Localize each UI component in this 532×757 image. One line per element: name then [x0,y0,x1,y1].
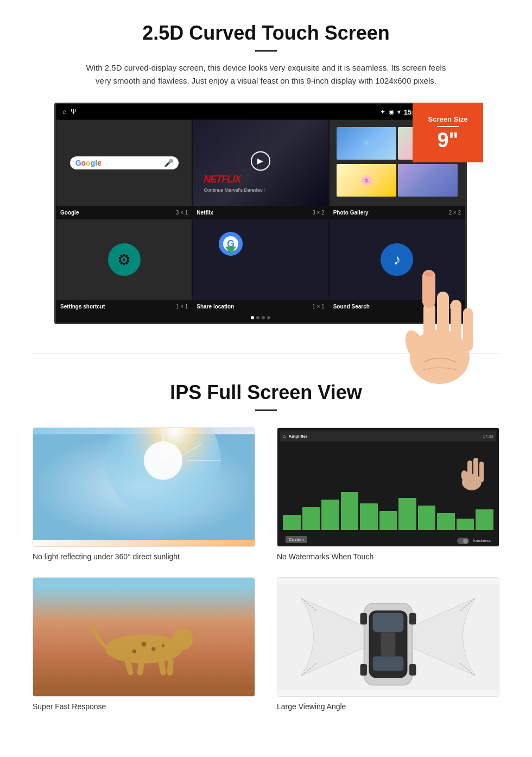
section-curved-screen: 2.5D Curved Touch Screen With 2.5D curve… [0,0,532,337]
dot-4 [267,316,270,319]
svg-point-9 [402,327,429,364]
svg-rect-21 [479,462,484,482]
feature-sunlight: No light reflecting under 360° direct su… [33,427,255,561]
home-icon: ⌂ [62,108,66,116]
netflix-subtitle: Continue Marvel's Daredevil [204,187,264,193]
svg-point-29 [162,644,164,647]
eq-bar-7 [398,498,416,531]
section2-title: IPS Full Screen View [33,381,499,404]
eq-bar-8 [418,506,436,531]
cheetah-label: Super Fast Response [33,702,255,711]
eq-bar-2 [302,507,320,530]
sound-label: Sound Search 1 × 1 [329,302,465,311]
dot-1 [251,316,254,319]
share-location-cell[interactable]: G [192,219,328,300]
music-note-icon: ♪ [381,243,413,276]
settings-app-cell[interactable]: ⚙ [56,219,192,300]
toggle-knob [463,539,468,544]
feature-car: Large Viewing Angle [277,577,499,711]
eq-bar-5 [360,503,378,530]
feature-watermarks: ⌂ Amplifier 17:33 [277,427,499,561]
amplifier-image: ⌂ Amplifier 17:33 [277,427,499,547]
status-left: ⌂ Ψ [62,108,76,116]
google-app-cell[interactable]: Google 🎤 [56,119,192,206]
cheetah-visual [33,578,255,696]
loudness-toggle[interactable] [457,538,469,544]
eq-bar-1 [283,515,301,530]
google-logo: Google [75,159,102,167]
netflix-label: Netflix 3 × 2 [192,209,328,217]
location-icon: ◉ [389,108,394,116]
car-label: Large Viewing Angle [277,702,499,711]
sound-search-cell[interactable]: ♪ [329,219,465,300]
eq-bars [283,492,493,530]
sunlight-image [33,427,255,547]
eq-bar-4 [341,492,359,530]
amp-title: Amplifier [288,434,307,439]
app-labels-row2: Settings shortcut 1 × 1 Share location 1… [56,300,465,313]
gallery-label: Photo Gallery 2 × 2 [329,209,465,217]
eq-bar-3 [321,500,339,530]
netflix-app-cell[interactable]: ▶ NETFLIX Continue Marvel's Daredevil [192,119,328,206]
sunlight-label: No light reflecting under 360° direct su… [33,552,255,561]
section-divider [33,354,499,354]
svg-rect-20 [473,458,478,482]
svg-rect-41 [360,664,367,676]
feature-cheetah: Super Fast Response [33,577,255,711]
cheetah-image [33,577,255,697]
feature-grid: No light reflecting under 360° direct su… [33,427,499,711]
watermarks-label: No Watermarks When Touch [277,552,499,561]
title-divider-2 [255,409,277,411]
screen-size-badge: Screen Size 9" [413,103,483,162]
eq-bar-9 [437,513,455,531]
svg-point-28 [132,649,136,653]
svg-point-25 [172,629,193,650]
netflix-play-button[interactable]: ▶ [251,151,270,171]
gallery-thumb-1: ☀ [337,127,396,160]
amp-time: 17:33 [483,434,493,439]
amp-header: ⌂ Amplifier 17:33 [280,431,496,441]
settings-label: Settings shortcut 1 × 1 [56,302,192,311]
dot-2 [256,316,259,319]
sunlight-visual [33,428,255,546]
custom-button: Custom [286,536,307,543]
app-grid-row2: ⚙ G ♪ [56,219,465,300]
screen-mockup-wrapper: Screen Size 9" ⌂ Ψ ✦ ◉ ▾ 15:06 ⊟ ◁) ⊠ [54,103,478,324]
eq-bar-6 [379,511,397,530]
touch-hand-amp [455,444,488,495]
svg-rect-39 [360,613,367,624]
section1-title: 2.5D Curved Touch Screen [33,22,499,45]
svg-rect-38 [373,656,404,671]
google-label: Google 3 × 1 [56,209,192,217]
gallery-thumb-3: 🌸 [337,164,396,197]
app-grid-row1: Google 🎤 ▶ NETFLIX Continue Marvel's Dar… [56,119,465,206]
status-bar: ⌂ Ψ ✦ ◉ ▾ 15:06 ⊟ ◁) ⊠ ▭ [56,104,465,119]
gallery-thumb-4: ★ [398,164,458,197]
google-maps-icon: G [214,230,247,274]
section-ips-screen: IPS Full Screen View [0,370,532,733]
car-visual [277,578,499,696]
section1-desc: With 2.5D curved-display screen, this de… [81,61,451,87]
svg-rect-37 [373,613,404,632]
eq-bar-10 [457,519,474,530]
svg-point-26 [142,642,147,647]
badge-divider [437,126,459,127]
share-label: Share location 1 × 1 [192,302,328,311]
svg-point-27 [151,647,155,651]
page-indicator [56,313,465,323]
bluetooth-icon: ✦ [380,108,385,116]
svg-rect-40 [409,613,416,624]
eq-bar-11 [476,509,493,531]
google-mic-icon: 🎤 [164,159,173,167]
google-search-bar[interactable]: Google 🎤 [70,156,179,169]
loudness-label: loudness [473,538,491,543]
wifi-icon: ▾ [397,108,401,116]
dot-3 [262,316,265,319]
svg-rect-43 [381,632,396,656]
amp-home-icon: ⌂ [283,433,286,439]
usb-icon: Ψ [71,108,76,116]
netflix-logo: NETFLIX [204,174,240,185]
badge-label: Screen Size [428,115,468,123]
car-image [277,577,499,697]
device-screen: ⌂ Ψ ✦ ◉ ▾ 15:06 ⊟ ◁) ⊠ ▭ [54,103,467,324]
